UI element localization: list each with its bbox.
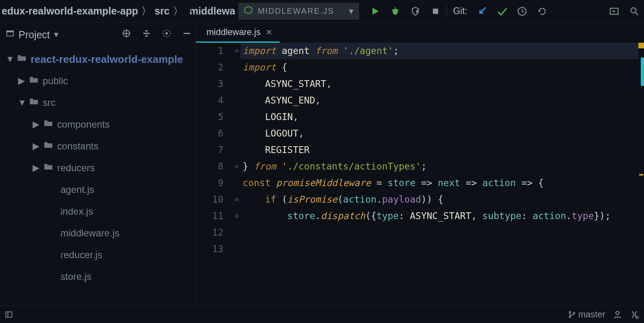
project-tree[interactable]: ▼ react-redux-realworld-example ▶public▼… <box>0 47 196 305</box>
svg-rect-24 <box>6 312 12 317</box>
code-line[interactable]: ASYNC_START, <box>240 76 638 92</box>
breadcrumb-file[interactable]: middlewa <box>190 5 235 17</box>
svg-marker-20 <box>145 30 148 32</box>
editor-tab-active[interactable]: middleware.js ✕ <box>196 23 280 43</box>
code-line[interactable]: LOGOUT, <box>240 125 638 142</box>
breadcrumb-root[interactable]: edux-realworld-example-app <box>2 5 138 17</box>
tree-node-label: agent.js <box>60 184 94 195</box>
svg-point-2 <box>393 8 398 14</box>
run-button[interactable] <box>369 6 381 17</box>
select-opened-file-button[interactable] <box>122 29 131 41</box>
line-number[interactable]: 13 <box>196 241 223 257</box>
ide-settings-icon[interactable] <box>630 310 639 319</box>
line-number[interactable]: 9 <box>196 175 223 191</box>
line-number[interactable]: 11 <box>196 208 223 224</box>
chevron-right-icon[interactable]: ▶ <box>32 141 39 151</box>
line-number[interactable]: 6 <box>196 125 223 142</box>
tree-file[interactable]: index.js <box>0 201 196 222</box>
project-title[interactable]: Project <box>19 29 50 41</box>
line-number[interactable]: 1 <box>196 43 223 59</box>
toggle-tool-windows-button[interactable] <box>5 311 13 319</box>
analysis-warning-marker[interactable] <box>638 43 644 48</box>
code-area[interactable]: import agent from './agent';import { ASY… <box>240 43 638 305</box>
run-config-selector[interactable]: MIDDLEWARE.JS ▾ <box>238 3 359 20</box>
code-with-me-icon[interactable] <box>613 310 622 319</box>
line-number[interactable]: 7 <box>196 142 223 158</box>
line-number[interactable]: 5 <box>196 109 223 125</box>
run-anything-button[interactable] <box>609 6 620 17</box>
fold-spacer <box>233 125 240 142</box>
tree-node-label: index.js <box>60 206 93 217</box>
fold-toggle-icon[interactable]: ⊟ <box>233 158 240 175</box>
expand-all-button[interactable] <box>142 29 151 41</box>
line-number[interactable]: 3 <box>196 76 223 92</box>
run-config-name: MIDDLEWARE.JS <box>258 6 334 16</box>
git-revert-button[interactable] <box>537 6 548 17</box>
fold-toggle-icon[interactable]: ⊟ <box>233 191 240 208</box>
tree-root[interactable]: ▼ react-redux-realworld-example <box>0 48 196 70</box>
folder-icon <box>29 76 39 86</box>
hide-button[interactable] <box>182 29 192 41</box>
editor-viewport[interactable]: 12345678910111213 ⊟⊟⊟⊟ import agent from… <box>196 43 644 305</box>
tree-file[interactable]: agent.js <box>0 179 196 201</box>
fold-gutter[interactable]: ⊟⊟⊟⊟ <box>233 43 240 305</box>
code-line[interactable]: REGISTER <box>240 142 638 158</box>
nodejs-icon <box>244 6 253 17</box>
git-branch-widget[interactable]: master <box>568 309 605 320</box>
scrollbar-thumb[interactable] <box>641 57 644 86</box>
tree-file[interactable]: middleware.js <box>0 222 196 244</box>
svg-rect-7 <box>433 8 438 14</box>
line-number[interactable]: 10 <box>196 191 223 208</box>
code-line[interactable]: } from './constants/actionTypes'; <box>240 158 638 175</box>
tree-file[interactable]: store.js <box>0 266 196 288</box>
stop-button[interactable] <box>430 6 441 17</box>
code-line[interactable]: import agent from './agent'; <box>240 43 638 59</box>
svg-line-5 <box>397 9 399 10</box>
fold-spacer <box>233 241 240 257</box>
code-line[interactable]: import { <box>240 59 638 76</box>
code-line[interactable]: const promiseMiddleware = store => next … <box>240 175 638 191</box>
fold-spacer <box>233 142 240 158</box>
line-number[interactable]: 12 <box>196 224 223 241</box>
chevron-down-icon[interactable]: ▼ <box>18 97 25 108</box>
line-number[interactable]: 2 <box>196 59 223 76</box>
line-number[interactable]: 8 <box>196 158 223 175</box>
git-commit-button[interactable] <box>496 6 508 17</box>
tree-node-label: constants <box>57 141 99 152</box>
tree-folder[interactable]: ▶public <box>0 70 196 92</box>
fold-toggle-icon[interactable]: ⊟ <box>233 43 240 59</box>
chevron-down-icon[interactable]: ▾ <box>54 29 58 40</box>
code-line[interactable]: ASYNC_END, <box>240 92 638 109</box>
settings-icon[interactable] <box>162 29 171 41</box>
breadcrumb[interactable]: edux-realworld-example-app 〉 src 〉 middl… <box>2 4 235 18</box>
git-update-button[interactable] <box>476 6 487 17</box>
code-line[interactable]: if (isPromise(action.payload)) { <box>240 191 638 208</box>
warning-marker[interactable] <box>639 174 643 176</box>
git-history-button[interactable] <box>516 6 528 17</box>
tree-folder[interactable]: ▶reducers <box>0 157 196 179</box>
breadcrumb-folder[interactable]: src <box>155 5 170 17</box>
tree-folder[interactable]: ▶constants <box>0 135 196 157</box>
search-everywhere-button[interactable] <box>629 6 640 17</box>
chevron-right-icon[interactable]: ▶ <box>32 119 39 130</box>
code-line[interactable]: store.dispatch({type: ASYNC_START, subty… <box>240 208 638 224</box>
line-number[interactable]: 4 <box>196 92 223 109</box>
editor-scroll-strip[interactable] <box>638 43 644 305</box>
chevron-right-icon[interactable]: ▶ <box>18 76 25 86</box>
tree-folder[interactable]: ▶components <box>0 114 196 135</box>
tree-folder[interactable]: ▼src <box>0 92 196 114</box>
tree-file[interactable]: reducer.js <box>0 244 196 266</box>
fold-spacer <box>233 175 240 191</box>
fold-toggle-icon[interactable]: ⊟ <box>233 208 240 224</box>
svg-point-27 <box>569 316 571 317</box>
fold-spacer <box>233 92 240 109</box>
coverage-button[interactable] <box>410 6 421 17</box>
debug-button[interactable] <box>390 6 401 17</box>
code-line[interactable]: LOGIN, <box>240 109 638 125</box>
svg-rect-15 <box>7 31 14 33</box>
chevron-right-icon[interactable]: ▶ <box>32 163 39 173</box>
line-number-gutter[interactable]: 12345678910111213 <box>196 43 233 305</box>
chevron-down-icon: ▾ <box>349 6 353 17</box>
chevron-down-icon[interactable]: ▼ <box>6 54 13 64</box>
close-icon[interactable]: ✕ <box>266 27 272 37</box>
